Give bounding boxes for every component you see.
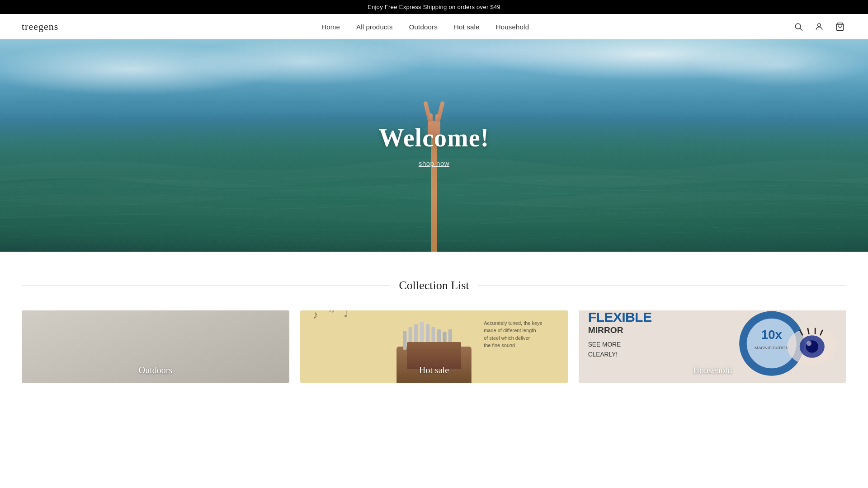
svg-text:SEE MORE: SEE MORE	[588, 341, 621, 348]
svg-rect-9	[403, 331, 406, 350]
svg-rect-11	[414, 324, 418, 349]
announcement-text: Enjoy Free Express Shipping on orders ov…	[368, 4, 500, 10]
nav-item-all-products[interactable]: All products	[356, 23, 393, 31]
svg-point-39	[807, 341, 811, 346]
site-logo[interactable]: treegens	[22, 21, 58, 33]
svg-rect-17	[448, 329, 452, 349]
nav-item-household[interactable]: Household	[496, 23, 529, 31]
nav-item-outdoors[interactable]: Outdoors	[409, 23, 438, 31]
svg-line-1	[800, 28, 802, 31]
account-icon[interactable]	[813, 20, 826, 33]
svg-text:of steel which deliver: of steel which deliver	[484, 335, 530, 341]
svg-text:Accurately tuned, the keys: Accurately tuned, the keys	[484, 320, 542, 326]
hero-section: Welcome! shop now	[0, 39, 868, 252]
header-line-left	[22, 286, 390, 286]
hero-content: Welcome! shop now	[379, 123, 489, 168]
svg-text:CLEARLY!: CLEARLY!	[588, 351, 618, 358]
announcement-bar: Enjoy Free Express Shipping on orders ov…	[0, 0, 868, 14]
svg-rect-12	[420, 322, 424, 350]
header-line-right	[478, 286, 846, 286]
nav-item-hot-sale[interactable]: Hot sale	[454, 23, 480, 31]
collection-title: Collection List	[399, 279, 469, 292]
svg-text:♪: ♪	[313, 310, 318, 321]
main-nav: Home All products Outdoors Hot sale Hous…	[321, 23, 529, 31]
svg-rect-14	[431, 327, 435, 350]
svg-point-2	[818, 23, 821, 27]
svg-text:MAGNIFICATION: MAGNIFICATION	[755, 345, 789, 350]
svg-rect-8	[396, 347, 471, 383]
site-header: treegens Home All products Outdoors Hot …	[0, 14, 868, 39]
search-icon[interactable]	[792, 20, 805, 33]
svg-rect-15	[437, 329, 441, 349]
shop-now-link[interactable]: shop now	[419, 160, 449, 167]
outdoors-label: Outdoors	[139, 365, 172, 375]
collection-card-outdoors[interactable]: Outdoors	[22, 310, 289, 383]
collection-section: Collection List Outdoors	[0, 252, 868, 401]
svg-text:made of different length: made of different length	[484, 328, 536, 333]
header-icons	[792, 20, 846, 33]
svg-rect-13	[426, 324, 429, 349]
collection-grid: Outdoors	[22, 310, 846, 383]
household-label: Household	[693, 365, 732, 375]
cart-icon[interactable]	[834, 20, 846, 33]
svg-rect-10	[409, 327, 412, 350]
svg-text:FLEXIBLE: FLEXIBLE	[588, 310, 652, 324]
svg-text:the fine sound: the fine sound	[484, 343, 515, 348]
collection-header: Collection List	[22, 279, 846, 292]
hero-title: Welcome!	[379, 123, 489, 152]
collection-card-hot-sale[interactable]: ♪ ♫ ♩ Accurately tuned, the keys made of…	[300, 310, 568, 383]
hot-sale-label: Hot sale	[419, 365, 449, 375]
collection-card-household[interactable]: MY FLEXIBLE MIRROR SEE MORE CLEARLY! 10x…	[579, 310, 846, 383]
svg-text:♩: ♩	[344, 310, 348, 319]
svg-rect-16	[443, 332, 446, 349]
svg-text:MIRROR: MIRROR	[588, 325, 623, 335]
nav-item-home[interactable]: Home	[321, 23, 340, 31]
svg-text:♫: ♫	[328, 310, 335, 314]
svg-text:10x: 10x	[761, 328, 783, 342]
